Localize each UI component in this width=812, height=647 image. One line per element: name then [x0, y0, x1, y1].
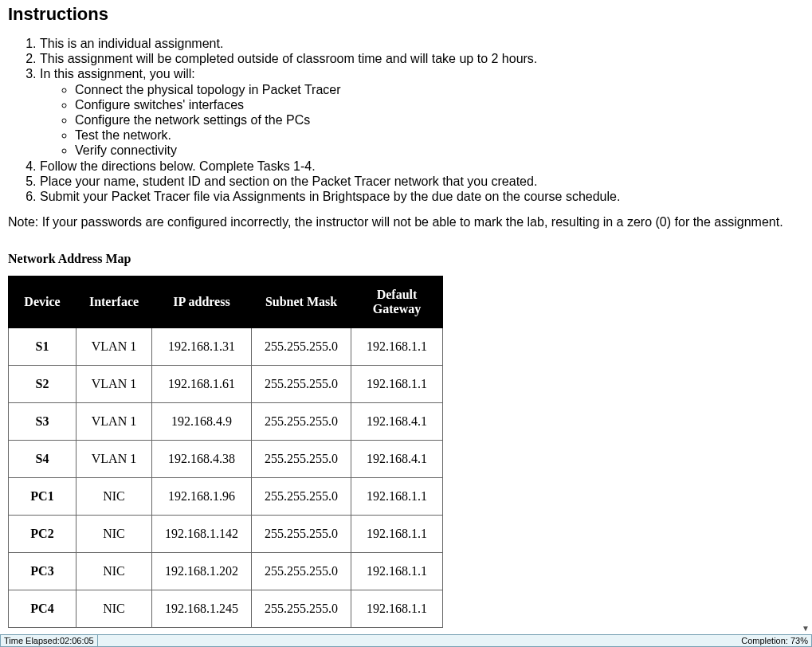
- list-item: In this assignment, you will: Connect th…: [40, 66, 804, 158]
- list-item: This assignment will be completed outsid…: [40, 51, 804, 66]
- table-heading: Network Address Map: [8, 252, 804, 266]
- td-ip: 192.168.1.61: [152, 366, 252, 403]
- list-item: Place your name, student ID and section …: [40, 174, 804, 189]
- status-bar: Time Elapsed: 02:06:05 Completion: 73%: [0, 634, 812, 647]
- td-interface: NIC: [76, 553, 152, 590]
- th-ip: IP address: [152, 276, 252, 328]
- td-interface: VLAN 1: [76, 366, 152, 403]
- note-text: Note: If your passwords are configured i…: [8, 215, 804, 229]
- table-row: S3 VLAN 1 192.168.4.9 255.255.255.0 192.…: [9, 403, 443, 441]
- td-interface: VLAN 1: [76, 403, 152, 441]
- list-item: Follow the directions below. Complete Ta…: [40, 159, 804, 174]
- td-device: S4: [9, 441, 76, 478]
- td-mask: 255.255.255.0: [252, 590, 351, 628]
- td-gw: 192.168.1.1: [351, 328, 443, 366]
- table-header-row: Device Interface IP address Subnet Mask …: [9, 276, 443, 328]
- table-row: PC4 NIC 192.168.1.245 255.255.255.0 192.…: [9, 590, 443, 628]
- list-item: Configure switches' interfaces: [75, 97, 804, 112]
- time-elapsed-label: Time Elapsed:: [4, 636, 60, 645]
- table-row: PC1 NIC 192.168.1.96 255.255.255.0 192.1…: [9, 478, 443, 516]
- td-gw: 192.168.1.1: [351, 590, 443, 628]
- td-interface: NIC: [76, 590, 152, 628]
- td-ip: 192.168.4.9: [152, 403, 252, 441]
- td-device: S1: [9, 328, 76, 366]
- td-mask: 255.255.255.0: [252, 403, 351, 441]
- instructions-heading: Instructions: [8, 4, 804, 25]
- td-device: S2: [9, 366, 76, 403]
- td-mask: 255.255.255.0: [252, 553, 351, 590]
- td-gw: 192.168.1.1: [351, 478, 443, 516]
- td-device: PC3: [9, 553, 76, 590]
- td-device: PC4: [9, 590, 76, 628]
- th-gw: Default Gateway: [351, 276, 443, 328]
- td-interface: NIC: [76, 516, 152, 553]
- th-mask: Subnet Mask: [252, 276, 351, 328]
- td-mask: 255.255.255.0: [252, 328, 351, 366]
- td-mask: 255.255.255.0: [252, 366, 351, 403]
- list-item: Configure the network settings of the PC…: [75, 112, 804, 127]
- list-item: Submit your Packet Tracer file via Assig…: [40, 189, 804, 204]
- document-content[interactable]: Instructions This is an individual assig…: [0, 0, 812, 634]
- list-item-text: In this assignment, you will:: [40, 67, 195, 80]
- td-gw: 192.168.4.1: [351, 441, 443, 478]
- td-ip: 192.168.1.245: [152, 590, 252, 628]
- td-mask: 255.255.255.0: [252, 478, 351, 516]
- network-address-table: Device Interface IP address Subnet Mask …: [8, 276, 443, 628]
- td-device: PC2: [9, 516, 76, 553]
- table-row: PC2 NIC 192.168.1.142 255.255.255.0 192.…: [9, 516, 443, 553]
- td-ip: 192.168.1.142: [152, 516, 252, 553]
- th-interface: Interface: [76, 276, 152, 328]
- td-ip: 192.168.4.38: [152, 441, 252, 478]
- sub-list: Connect the physical topology in Packet …: [40, 82, 804, 159]
- td-gw: 192.168.1.1: [351, 553, 443, 590]
- completion-label: Completion:: [741, 636, 790, 645]
- list-item: Connect the physical topology in Packet …: [75, 82, 804, 97]
- list-item: Verify connectivity: [75, 143, 804, 158]
- table-row: S1 VLAN 1 192.168.1.31 255.255.255.0 192…: [9, 328, 443, 366]
- table-row: PC3 NIC 192.168.1.202 255.255.255.0 192.…: [9, 553, 443, 590]
- td-device: S3: [9, 403, 76, 441]
- td-gw: 192.168.1.1: [351, 366, 443, 403]
- td-ip: 192.168.1.96: [152, 478, 252, 516]
- th-device: Device: [9, 276, 76, 328]
- td-interface: VLAN 1: [76, 328, 152, 366]
- td-mask: 255.255.255.0: [252, 516, 351, 553]
- completion-value: 73%: [790, 636, 808, 645]
- td-mask: 255.255.255.0: [252, 441, 351, 478]
- table-row: S4 VLAN 1 192.168.4.38 255.255.255.0 192…: [9, 441, 443, 478]
- completion: Completion: 73%: [738, 636, 811, 645]
- td-interface: NIC: [76, 478, 152, 516]
- td-ip: 192.168.1.202: [152, 553, 252, 590]
- td-gw: 192.168.1.1: [351, 516, 443, 553]
- td-device: PC1: [9, 478, 76, 516]
- td-ip: 192.168.1.31: [152, 328, 252, 366]
- table-row: S2 VLAN 1 192.168.1.61 255.255.255.0 192…: [9, 366, 443, 403]
- td-gw: 192.168.4.1: [351, 403, 443, 441]
- instructions-list: This is an individual assignment. This a…: [8, 36, 804, 204]
- time-elapsed-value: 02:06:05: [60, 636, 94, 645]
- td-interface: VLAN 1: [76, 441, 152, 478]
- list-item: Test the network.: [75, 127, 804, 143]
- time-elapsed: Time Elapsed: 02:06:05: [1, 635, 98, 646]
- list-item: This is an individual assignment.: [40, 36, 804, 51]
